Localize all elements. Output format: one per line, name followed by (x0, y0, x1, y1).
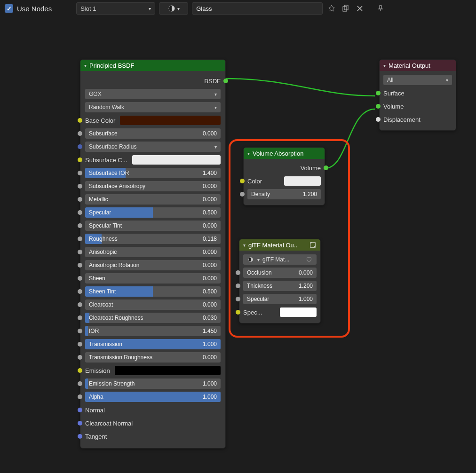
target-select[interactable]: All (383, 75, 452, 85)
value-field[interactable]: Subsurface Anisotropy0.000 (85, 181, 221, 191)
material-output-node[interactable]: Material Output All Surface Volume Displ… (379, 59, 456, 131)
value-field[interactable]: Anisotropic0.000 (85, 247, 221, 257)
input-socket[interactable] (78, 223, 82, 228)
volume-input: Volume (383, 103, 404, 110)
property-label: Tangent (85, 433, 107, 440)
value-field[interactable]: Clearcoat0.000 (85, 300, 221, 310)
subsurface-method-select[interactable]: Random Walk (85, 102, 221, 112)
input-socket[interactable] (78, 144, 82, 149)
value-field[interactable]: Emission Strength1.000 (85, 378, 221, 389)
input-socket[interactable] (78, 381, 82, 386)
unlink-button[interactable] (355, 3, 365, 14)
chevron-down-icon (214, 144, 217, 150)
pin-button[interactable] (375, 3, 386, 14)
chevron-down-icon (446, 78, 448, 83)
input-socket[interactable] (78, 158, 82, 162)
input-socket[interactable] (78, 250, 82, 254)
node-title: Principled BSDF (89, 62, 134, 69)
color-swatch[interactable] (120, 116, 221, 125)
input-socket[interactable] (78, 210, 82, 215)
input-socket[interactable] (78, 131, 82, 136)
principled-bsdf-node[interactable]: Principled BSDF BSDF GGX Random Walk Bas… (80, 59, 226, 449)
input-socket[interactable] (376, 117, 381, 122)
node-header[interactable]: Principled BSDF (80, 60, 225, 71)
material-sphere-icon (168, 5, 175, 12)
value-field[interactable]: Anisotropic Rotation0.000 (85, 260, 221, 270)
distribution-select[interactable]: GGX (85, 89, 221, 99)
fake-user-toggle[interactable] (326, 3, 337, 14)
svg-rect-1 (343, 7, 347, 11)
svg-rect-2 (344, 5, 348, 10)
output-socket[interactable] (223, 79, 228, 83)
output-bsdf: BSDF (85, 78, 221, 85)
value-field[interactable]: Metallic0.000 (85, 194, 221, 205)
chevron-down-icon (214, 92, 217, 97)
property-label: Subsurface C... (85, 157, 127, 164)
value-field[interactable]: Clearcoat Roughness0.030 (85, 313, 221, 323)
toolbar: ✓ Use Nodes Slot 1 Glass (0, 0, 476, 17)
material-name-field[interactable]: Glass (192, 2, 323, 15)
use-nodes-label: Use Nodes (17, 5, 52, 13)
chevron-down-icon (177, 6, 180, 11)
value-field[interactable]: Subsurface0.000 (85, 128, 221, 139)
input-socket[interactable] (78, 315, 82, 320)
property-label: Base Color (85, 117, 115, 124)
input-socket[interactable] (78, 394, 82, 399)
input-socket[interactable] (78, 197, 82, 202)
value-field[interactable]: Subsurface IOR1.400 (85, 168, 221, 178)
annotation-highlight (229, 139, 350, 338)
chevron-down-icon (214, 105, 217, 110)
value-field[interactable]: IOR1.450 (85, 326, 221, 336)
input-socket[interactable] (78, 329, 82, 333)
displacement-input: Displacement (383, 116, 420, 123)
collapse-icon[interactable] (383, 63, 386, 68)
input-socket[interactable] (78, 276, 82, 281)
input-socket[interactable] (78, 408, 82, 412)
new-material-button[interactable] (341, 3, 351, 14)
node-title: Material Output (389, 62, 430, 69)
property-label: Emission (85, 367, 110, 374)
collapse-icon[interactable] (84, 63, 87, 68)
material-browse-button[interactable] (159, 2, 188, 15)
property-label: Clearcoat Normal (85, 420, 133, 427)
input-socket[interactable] (78, 342, 82, 347)
value-field[interactable]: Alpha1.000 (85, 392, 221, 402)
input-socket[interactable] (376, 104, 381, 109)
input-socket[interactable] (78, 421, 82, 426)
slot-label: Slot 1 (80, 5, 96, 12)
input-socket[interactable] (78, 434, 82, 439)
input-socket[interactable] (78, 118, 82, 123)
value-field[interactable]: Transmission1.000 (85, 339, 221, 349)
input-socket[interactable] (78, 263, 82, 268)
value-field[interactable]: Sheen0.000 (85, 273, 221, 284)
surface-input: Surface (383, 90, 405, 97)
input-socket[interactable] (78, 184, 82, 189)
input-socket[interactable] (78, 355, 82, 360)
property-label: Normal (85, 407, 105, 414)
slot-dropdown[interactable]: Slot 1 (76, 2, 155, 15)
chevron-down-icon (149, 6, 151, 11)
use-nodes-checkbox[interactable]: ✓ (5, 4, 13, 13)
value-field[interactable]: Roughness0.118 (85, 234, 221, 244)
node-header[interactable]: Material Output (380, 60, 456, 71)
input-socket[interactable] (78, 368, 82, 373)
property-select[interactable]: Subsurface Radius (85, 142, 221, 152)
value-field[interactable]: Specular Tint0.000 (85, 221, 221, 231)
value-field[interactable]: Specular0.500 (85, 207, 221, 218)
color-swatch[interactable] (132, 155, 221, 165)
input-socket[interactable] (78, 171, 82, 175)
value-field[interactable]: Transmission Roughness0.000 (85, 352, 221, 363)
input-socket[interactable] (78, 302, 82, 307)
color-swatch[interactable] (115, 366, 221, 375)
input-socket[interactable] (78, 236, 82, 241)
input-socket[interactable] (376, 91, 381, 95)
value-field[interactable]: Sheen Tint0.500 (85, 286, 221, 297)
input-socket[interactable] (78, 289, 82, 294)
